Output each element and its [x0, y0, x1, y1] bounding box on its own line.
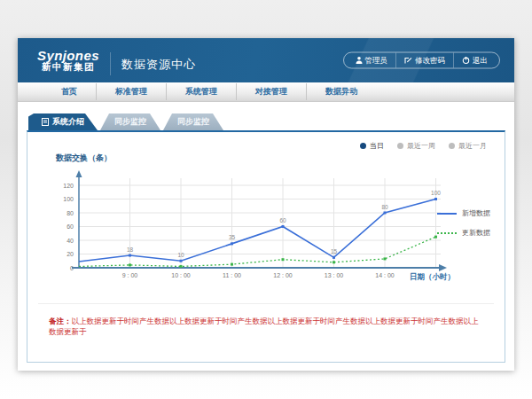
legend-label: 更新数据 [462, 228, 490, 238]
svg-text:10 : 00: 10 : 00 [171, 272, 191, 278]
nav-item[interactable]: 首页 [43, 83, 96, 100]
user-bar-power[interactable]: 退出 [453, 53, 496, 68]
nav-item[interactable]: 标准管理 [96, 83, 166, 100]
legend-item: 更新数据 [437, 228, 490, 238]
radio-label: 最近一月 [458, 141, 487, 151]
user-bar-user[interactable]: 管理员 [348, 53, 396, 68]
radio-当日[interactable]: 当日 [360, 141, 384, 151]
svg-text:120: 120 [63, 183, 74, 189]
y-axis-title: 数据交换（条） [56, 153, 112, 164]
tab-0[interactable]: 系统介绍 [28, 113, 98, 130]
svg-text:18: 18 [127, 246, 134, 253]
time-range-filter: 当日最近一周最近一月 [360, 141, 487, 151]
svg-text:0: 0 [70, 265, 74, 271]
document-icon [42, 118, 49, 126]
tab-label: 同步监控 [114, 116, 146, 128]
main-nav: 首页标准管理系统管理对接管理数据异动 [18, 82, 514, 102]
radio-最近一月[interactable]: 最近一月 [449, 141, 487, 151]
chart-legend: 新增数据更新数据 [437, 208, 490, 238]
nav-item[interactable]: 数据异动 [306, 83, 376, 100]
user-bar-label: 修改密码 [415, 55, 445, 66]
panel-divider [38, 303, 494, 304]
tab-2[interactable]: 同步监控 [163, 113, 223, 130]
svg-text:20: 20 [66, 251, 74, 257]
user-toolbar: 管理员修改密码退出 [343, 52, 501, 69]
system-intro-panel: 当日最近一周最近一月 数据交换（条） 0204060801001209 : 00… [27, 130, 505, 363]
line-chart: 0204060801001209 : 0010 : 0011 : 0012 : … [40, 168, 457, 292]
radio-dot-icon [449, 143, 455, 149]
header-divider [110, 52, 111, 75]
svg-text:80: 80 [66, 210, 74, 216]
tab-label: 系统介绍 [52, 116, 84, 128]
user-bar-label: 管理员 [365, 55, 388, 66]
user-icon [356, 57, 363, 65]
svg-text:100: 100 [63, 196, 74, 202]
svg-text:35: 35 [229, 234, 236, 240]
svg-text:11 : 00: 11 : 00 [223, 272, 241, 278]
svg-text:日期（小时）: 日期（小时） [410, 272, 455, 281]
legend-label: 新增数据 [462, 208, 490, 218]
edit-icon [404, 57, 412, 65]
radio-dot-icon [360, 143, 366, 149]
footnote-body: 以上数据更新于时间产生数据以上数据更新于时间产生数据以上数据更新于时间产生数据以… [49, 317, 479, 336]
nav-item[interactable]: 对接管理 [236, 83, 306, 100]
nav-item[interactable]: 系统管理 [166, 83, 236, 100]
legend-item: 新增数据 [437, 208, 490, 218]
radio-dot-icon [397, 143, 403, 149]
radio-label: 最近一周 [407, 141, 435, 151]
power-icon [462, 57, 470, 65]
svg-text:13 : 00: 13 : 00 [325, 272, 344, 278]
svg-text:40: 40 [66, 238, 74, 244]
footnote-prefix: 备注： [49, 317, 72, 325]
radio-最近一周[interactable]: 最近一周 [397, 141, 435, 151]
svg-text:15: 15 [331, 248, 338, 254]
legend-line-icon [437, 213, 457, 215]
svg-text:12 : 00: 12 : 00 [273, 272, 293, 278]
svg-text:60: 60 [66, 223, 74, 230]
tab-bar: 系统介绍同步监控同步监控 [28, 113, 505, 130]
radio-label: 当日 [370, 141, 384, 151]
brand-logo-subtext: 新中新集团 [37, 62, 99, 72]
svg-text:9 : 00: 9 : 00 [122, 272, 138, 278]
brand-logo-text: Synjones [37, 49, 99, 63]
svg-text:10: 10 [177, 252, 184, 258]
brand-logo: Synjones 新中新集团 [37, 49, 99, 73]
app-header: Synjones 新中新集团 数据资源中心 管理员修改密码退出 [18, 38, 514, 82]
desktop-background: Synjones 新中新集团 数据资源中心 管理员修改密码退出 首页标准管理系统… [0, 0, 532, 399]
app-window: Synjones 新中新集团 数据资源中心 管理员修改密码退出 首页标准管理系统… [18, 38, 514, 371]
svg-text:60: 60 [279, 217, 286, 223]
footnote-text: 备注：以上数据更新于时间产生数据以上数据更新于时间产生数据以上数据更新于时间产生… [49, 316, 483, 338]
tab-label: 同步监控 [177, 116, 209, 128]
user-bar-label: 退出 [473, 55, 488, 66]
user-bar-edit[interactable]: 修改密码 [395, 53, 453, 68]
chart-svg: 0204060801001209 : 0010 : 0011 : 0012 : … [40, 168, 457, 292]
content-area: 系统介绍同步监控同步监控 当日最近一周最近一月 数据交换（条） 02040608… [18, 102, 514, 363]
page-title: 数据资源中心 [121, 57, 196, 73]
tab-1[interactable]: 同步监控 [100, 113, 160, 130]
svg-text:100: 100 [431, 190, 441, 196]
svg-text:80: 80 [381, 204, 388, 210]
svg-text:14 : 00: 14 : 00 [375, 272, 395, 278]
legend-line-icon [437, 232, 457, 234]
